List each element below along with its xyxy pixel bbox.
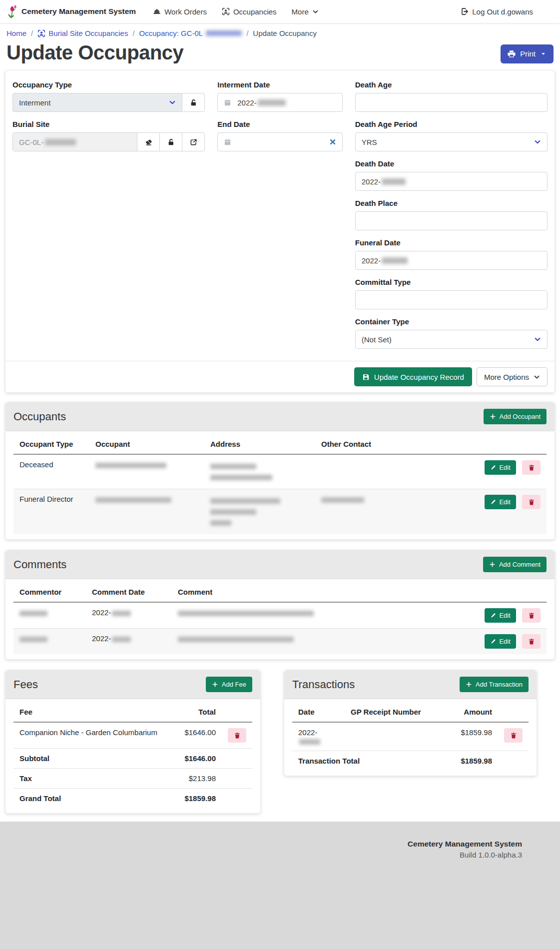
burial-site-input[interactable]: GC-0L- bbox=[12, 132, 137, 151]
print-button[interactable]: Print bbox=[501, 44, 554, 63]
add-transaction-button[interactable]: Add Transaction bbox=[460, 677, 529, 692]
committal-type-field: Committal Type bbox=[355, 278, 548, 309]
add-fee-button[interactable]: Add Fee bbox=[206, 677, 252, 692]
redacted-commentor bbox=[19, 611, 47, 616]
redacted-occupancy-id bbox=[206, 30, 242, 36]
delete-fee-button[interactable] bbox=[228, 728, 246, 743]
breadcrumb-occupancy-link[interactable]: Occupancy: GC-0L bbox=[139, 29, 242, 37]
logout-link[interactable]: Log Out d.gowans bbox=[461, 7, 533, 16]
column-header-actions bbox=[498, 702, 529, 722]
transaction-date-prefix: 2022- bbox=[298, 728, 317, 737]
column-header: Date bbox=[292, 702, 345, 722]
column-header: Address bbox=[204, 434, 315, 454]
edit-comment-button[interactable]: Edit bbox=[485, 608, 516, 623]
end-date-input[interactable] bbox=[217, 132, 343, 151]
occupant-type-cell: Deceased bbox=[13, 454, 89, 489]
delete-comment-button[interactable] bbox=[522, 608, 541, 623]
tulip-logo-icon bbox=[7, 4, 17, 18]
occupant-name-cell bbox=[89, 454, 204, 489]
funeral-date-input[interactable]: 2022- bbox=[355, 251, 548, 270]
interment-date-label: Interment Date bbox=[217, 80, 343, 89]
death-age-label: Death Age bbox=[355, 80, 548, 89]
end-date-label: End Date bbox=[217, 120, 343, 128]
more-options-button[interactable]: More Options bbox=[477, 367, 548, 386]
comments-title: Comments bbox=[13, 558, 66, 571]
redacted-address-line bbox=[210, 464, 256, 469]
delete-transaction-button[interactable] bbox=[504, 728, 523, 743]
comments-card: Comments Add Comment Commentor Comment D… bbox=[5, 550, 555, 660]
nav-item-work-orders[interactable]: Work Orders bbox=[153, 7, 207, 16]
update-occupancy-record-button[interactable]: Update Occupancy Record bbox=[354, 367, 472, 386]
burial-site-open-button[interactable] bbox=[182, 132, 205, 151]
container-type-label: Container Type bbox=[355, 317, 548, 326]
empty-cell bbox=[222, 789, 252, 809]
pencil-icon bbox=[490, 613, 496, 619]
column-header: Commentor bbox=[13, 582, 86, 602]
clear-date-icon[interactable] bbox=[329, 138, 336, 145]
delete-comment-button[interactable] bbox=[522, 634, 541, 649]
redacted-occupant-name bbox=[95, 463, 166, 468]
nav-item-label: Work Orders bbox=[164, 7, 207, 16]
container-type-select[interactable]: (Not Set) bbox=[355, 330, 548, 349]
occupancy-type-unlock-button[interactable] bbox=[182, 93, 205, 112]
burial-site-unlock-button[interactable] bbox=[159, 132, 182, 151]
trash-icon bbox=[528, 499, 535, 506]
edit-label: Edit bbox=[499, 638, 510, 645]
nav-item-more[interactable]: More bbox=[292, 7, 319, 16]
chevron-down-icon bbox=[534, 374, 540, 380]
comment-date-cell: 2022- bbox=[86, 629, 172, 655]
fee-actions-cell bbox=[222, 722, 252, 749]
fees-title: Fees bbox=[13, 678, 38, 691]
occupancy-type-select[interactable]: Interment bbox=[12, 93, 182, 112]
edit-comment-button[interactable]: Edit bbox=[485, 634, 516, 649]
occupants-header: Occupants Add Occupant bbox=[5, 402, 555, 431]
trash-icon bbox=[234, 732, 241, 739]
death-age-period-select[interactable]: YRS bbox=[355, 132, 548, 151]
form-column-left: Occupancy Type Interment Buria bbox=[12, 80, 205, 159]
burial-site-erase-button[interactable] bbox=[137, 132, 160, 151]
edit-occupant-button[interactable]: Edit bbox=[485, 495, 516, 509]
edit-label: Edit bbox=[499, 498, 510, 506]
container-type-value: (Not Set) bbox=[362, 335, 392, 344]
funeral-date-value-prefix: 2022- bbox=[362, 256, 381, 265]
death-date-label: Death Date bbox=[355, 159, 548, 168]
pencil-icon bbox=[490, 639, 496, 645]
committal-type-input[interactable] bbox=[355, 290, 548, 309]
breadcrumb-home-link[interactable]: Home bbox=[6, 29, 26, 37]
column-header: Comment bbox=[172, 582, 429, 602]
column-header: Comment Date bbox=[86, 582, 172, 602]
interment-date-input[interactable]: 2022- bbox=[217, 93, 343, 112]
container-type-field: Container Type (Not Set) bbox=[355, 317, 548, 349]
occupant-type-cell: Funeral Director bbox=[13, 489, 89, 535]
column-header: Fee bbox=[13, 702, 167, 722]
logout-label: Log Out d.gowans bbox=[472, 7, 533, 16]
commentor-cell bbox=[13, 629, 86, 655]
add-occupant-button[interactable]: Add Occupant bbox=[484, 409, 547, 424]
comment-date-prefix: 2022- bbox=[92, 634, 111, 643]
transaction-row: 2022- $1859.98 bbox=[292, 722, 529, 751]
print-label: Print bbox=[520, 49, 536, 58]
eraser-icon bbox=[145, 138, 152, 146]
fees-table: Fee Total Companion Niche - Garden Colum… bbox=[13, 702, 252, 808]
comment-row: 2022- Edit bbox=[13, 602, 547, 629]
app-brand[interactable]: Cemetery Management System bbox=[7, 4, 136, 18]
top-navbar: Cemetery Management System Work Orders O… bbox=[0, 0, 560, 23]
committal-type-label: Committal Type bbox=[355, 278, 548, 286]
fees-grand-total-row: Grand Total $1859.98 bbox=[13, 789, 252, 809]
column-header-actions bbox=[222, 702, 252, 722]
redacted-transaction-date bbox=[299, 739, 320, 745]
column-header: Occupant bbox=[89, 434, 204, 454]
comments-header: Comments Add Comment bbox=[5, 550, 555, 579]
redacted-comment-date bbox=[112, 611, 131, 616]
edit-label: Edit bbox=[499, 612, 510, 619]
delete-occupant-button[interactable] bbox=[522, 495, 541, 509]
death-date-input[interactable]: 2022- bbox=[355, 172, 548, 191]
add-comment-button[interactable]: Add Comment bbox=[483, 557, 547, 572]
delete-occupant-button[interactable] bbox=[522, 460, 541, 475]
breadcrumb-burial-site-occupancies-link[interactable]: Burial Site Occupancies bbox=[37, 29, 128, 37]
nav-item-occupancies[interactable]: Occupancies bbox=[222, 7, 277, 16]
death-place-input[interactable] bbox=[355, 211, 548, 230]
edit-occupant-button[interactable]: Edit bbox=[485, 460, 516, 475]
breadcrumb-separator: / bbox=[31, 29, 33, 37]
death-age-input[interactable] bbox=[355, 93, 548, 112]
